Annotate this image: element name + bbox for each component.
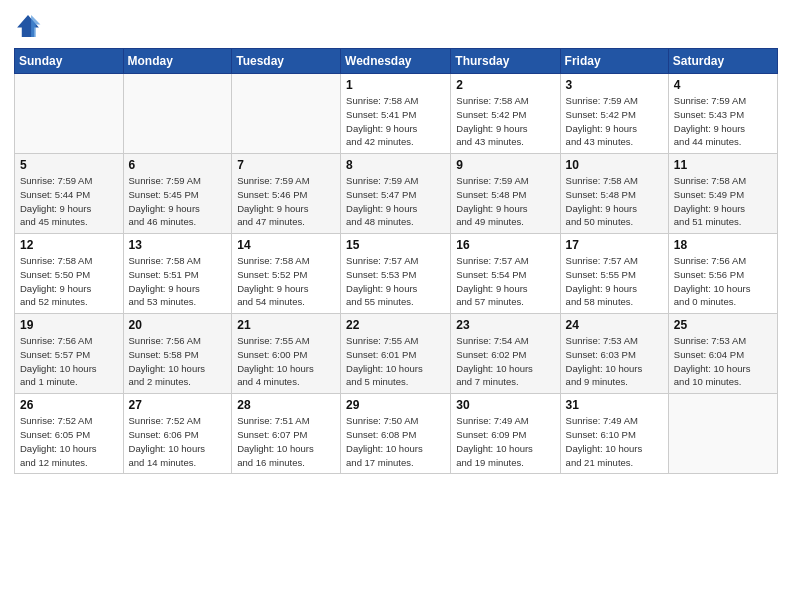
calendar-cell: 27Sunrise: 7:52 AM Sunset: 6:06 PM Dayli…: [123, 394, 232, 474]
calendar-week-1: 1Sunrise: 7:58 AM Sunset: 5:41 PM Daylig…: [15, 74, 778, 154]
calendar-cell: 28Sunrise: 7:51 AM Sunset: 6:07 PM Dayli…: [232, 394, 341, 474]
day-number: 19: [20, 318, 118, 332]
calendar-cell: 23Sunrise: 7:54 AM Sunset: 6:02 PM Dayli…: [451, 314, 560, 394]
day-detail: Sunrise: 7:53 AM Sunset: 6:04 PM Dayligh…: [674, 334, 772, 389]
calendar-cell: 5Sunrise: 7:59 AM Sunset: 5:44 PM Daylig…: [15, 154, 124, 234]
calendar-week-2: 5Sunrise: 7:59 AM Sunset: 5:44 PM Daylig…: [15, 154, 778, 234]
day-number: 6: [129, 158, 227, 172]
calendar-cell: 18Sunrise: 7:56 AM Sunset: 5:56 PM Dayli…: [668, 234, 777, 314]
day-detail: Sunrise: 7:59 AM Sunset: 5:47 PM Dayligh…: [346, 174, 445, 229]
calendar-week-3: 12Sunrise: 7:58 AM Sunset: 5:50 PM Dayli…: [15, 234, 778, 314]
col-header-tuesday: Tuesday: [232, 49, 341, 74]
day-detail: Sunrise: 7:57 AM Sunset: 5:53 PM Dayligh…: [346, 254, 445, 309]
day-number: 10: [566, 158, 663, 172]
calendar-cell: 2Sunrise: 7:58 AM Sunset: 5:42 PM Daylig…: [451, 74, 560, 154]
calendar-cell: 31Sunrise: 7:49 AM Sunset: 6:10 PM Dayli…: [560, 394, 668, 474]
calendar-cell: 26Sunrise: 7:52 AM Sunset: 6:05 PM Dayli…: [15, 394, 124, 474]
day-number: 14: [237, 238, 335, 252]
day-detail: Sunrise: 7:56 AM Sunset: 5:58 PM Dayligh…: [129, 334, 227, 389]
calendar-header-row: SundayMondayTuesdayWednesdayThursdayFrid…: [15, 49, 778, 74]
calendar-cell: [668, 394, 777, 474]
calendar-page: SundayMondayTuesdayWednesdayThursdayFrid…: [0, 0, 792, 612]
day-number: 8: [346, 158, 445, 172]
calendar-cell: 19Sunrise: 7:56 AM Sunset: 5:57 PM Dayli…: [15, 314, 124, 394]
day-detail: Sunrise: 7:52 AM Sunset: 6:05 PM Dayligh…: [20, 414, 118, 469]
day-detail: Sunrise: 7:52 AM Sunset: 6:06 PM Dayligh…: [129, 414, 227, 469]
day-detail: Sunrise: 7:57 AM Sunset: 5:55 PM Dayligh…: [566, 254, 663, 309]
day-detail: Sunrise: 7:49 AM Sunset: 6:10 PM Dayligh…: [566, 414, 663, 469]
day-detail: Sunrise: 7:53 AM Sunset: 6:03 PM Dayligh…: [566, 334, 663, 389]
calendar-cell: 1Sunrise: 7:58 AM Sunset: 5:41 PM Daylig…: [341, 74, 451, 154]
col-header-thursday: Thursday: [451, 49, 560, 74]
logo-icon: [14, 12, 42, 40]
day-detail: Sunrise: 7:58 AM Sunset: 5:49 PM Dayligh…: [674, 174, 772, 229]
calendar-cell: 21Sunrise: 7:55 AM Sunset: 6:00 PM Dayli…: [232, 314, 341, 394]
calendar-cell: 3Sunrise: 7:59 AM Sunset: 5:42 PM Daylig…: [560, 74, 668, 154]
logo: [14, 12, 46, 40]
day-number: 17: [566, 238, 663, 252]
day-number: 1: [346, 78, 445, 92]
day-detail: Sunrise: 7:59 AM Sunset: 5:45 PM Dayligh…: [129, 174, 227, 229]
day-detail: Sunrise: 7:59 AM Sunset: 5:48 PM Dayligh…: [456, 174, 554, 229]
day-number: 30: [456, 398, 554, 412]
day-detail: Sunrise: 7:56 AM Sunset: 5:57 PM Dayligh…: [20, 334, 118, 389]
day-number: 21: [237, 318, 335, 332]
calendar-cell: 22Sunrise: 7:55 AM Sunset: 6:01 PM Dayli…: [341, 314, 451, 394]
calendar-cell: 12Sunrise: 7:58 AM Sunset: 5:50 PM Dayli…: [15, 234, 124, 314]
calendar-cell: 30Sunrise: 7:49 AM Sunset: 6:09 PM Dayli…: [451, 394, 560, 474]
day-detail: Sunrise: 7:59 AM Sunset: 5:44 PM Dayligh…: [20, 174, 118, 229]
day-detail: Sunrise: 7:54 AM Sunset: 6:02 PM Dayligh…: [456, 334, 554, 389]
day-number: 3: [566, 78, 663, 92]
day-number: 18: [674, 238, 772, 252]
calendar-cell: 24Sunrise: 7:53 AM Sunset: 6:03 PM Dayli…: [560, 314, 668, 394]
day-number: 5: [20, 158, 118, 172]
col-header-monday: Monday: [123, 49, 232, 74]
day-number: 23: [456, 318, 554, 332]
calendar-table: SundayMondayTuesdayWednesdayThursdayFrid…: [14, 48, 778, 474]
calendar-cell: [15, 74, 124, 154]
calendar-cell: [123, 74, 232, 154]
day-number: 29: [346, 398, 445, 412]
calendar-cell: 13Sunrise: 7:58 AM Sunset: 5:51 PM Dayli…: [123, 234, 232, 314]
day-number: 13: [129, 238, 227, 252]
calendar-cell: 9Sunrise: 7:59 AM Sunset: 5:48 PM Daylig…: [451, 154, 560, 234]
calendar-cell: 16Sunrise: 7:57 AM Sunset: 5:54 PM Dayli…: [451, 234, 560, 314]
day-number: 4: [674, 78, 772, 92]
day-detail: Sunrise: 7:58 AM Sunset: 5:48 PM Dayligh…: [566, 174, 663, 229]
calendar-cell: [232, 74, 341, 154]
header: [14, 12, 778, 40]
day-detail: Sunrise: 7:57 AM Sunset: 5:54 PM Dayligh…: [456, 254, 554, 309]
day-number: 27: [129, 398, 227, 412]
day-detail: Sunrise: 7:58 AM Sunset: 5:41 PM Dayligh…: [346, 94, 445, 149]
day-number: 26: [20, 398, 118, 412]
day-detail: Sunrise: 7:58 AM Sunset: 5:52 PM Dayligh…: [237, 254, 335, 309]
col-header-sunday: Sunday: [15, 49, 124, 74]
day-detail: Sunrise: 7:59 AM Sunset: 5:46 PM Dayligh…: [237, 174, 335, 229]
day-detail: Sunrise: 7:49 AM Sunset: 6:09 PM Dayligh…: [456, 414, 554, 469]
day-detail: Sunrise: 7:59 AM Sunset: 5:42 PM Dayligh…: [566, 94, 663, 149]
calendar-cell: 6Sunrise: 7:59 AM Sunset: 5:45 PM Daylig…: [123, 154, 232, 234]
day-detail: Sunrise: 7:55 AM Sunset: 6:01 PM Dayligh…: [346, 334, 445, 389]
day-detail: Sunrise: 7:55 AM Sunset: 6:00 PM Dayligh…: [237, 334, 335, 389]
day-number: 16: [456, 238, 554, 252]
day-number: 25: [674, 318, 772, 332]
day-number: 12: [20, 238, 118, 252]
day-number: 20: [129, 318, 227, 332]
day-detail: Sunrise: 7:58 AM Sunset: 5:42 PM Dayligh…: [456, 94, 554, 149]
day-detail: Sunrise: 7:51 AM Sunset: 6:07 PM Dayligh…: [237, 414, 335, 469]
day-number: 2: [456, 78, 554, 92]
day-detail: Sunrise: 7:58 AM Sunset: 5:50 PM Dayligh…: [20, 254, 118, 309]
day-number: 31: [566, 398, 663, 412]
day-number: 28: [237, 398, 335, 412]
day-detail: Sunrise: 7:50 AM Sunset: 6:08 PM Dayligh…: [346, 414, 445, 469]
day-detail: Sunrise: 7:59 AM Sunset: 5:43 PM Dayligh…: [674, 94, 772, 149]
calendar-cell: 7Sunrise: 7:59 AM Sunset: 5:46 PM Daylig…: [232, 154, 341, 234]
calendar-cell: 4Sunrise: 7:59 AM Sunset: 5:43 PM Daylig…: [668, 74, 777, 154]
calendar-week-5: 26Sunrise: 7:52 AM Sunset: 6:05 PM Dayli…: [15, 394, 778, 474]
calendar-cell: 11Sunrise: 7:58 AM Sunset: 5:49 PM Dayli…: [668, 154, 777, 234]
col-header-saturday: Saturday: [668, 49, 777, 74]
calendar-cell: 17Sunrise: 7:57 AM Sunset: 5:55 PM Dayli…: [560, 234, 668, 314]
calendar-cell: 14Sunrise: 7:58 AM Sunset: 5:52 PM Dayli…: [232, 234, 341, 314]
calendar-cell: 10Sunrise: 7:58 AM Sunset: 5:48 PM Dayli…: [560, 154, 668, 234]
day-detail: Sunrise: 7:56 AM Sunset: 5:56 PM Dayligh…: [674, 254, 772, 309]
